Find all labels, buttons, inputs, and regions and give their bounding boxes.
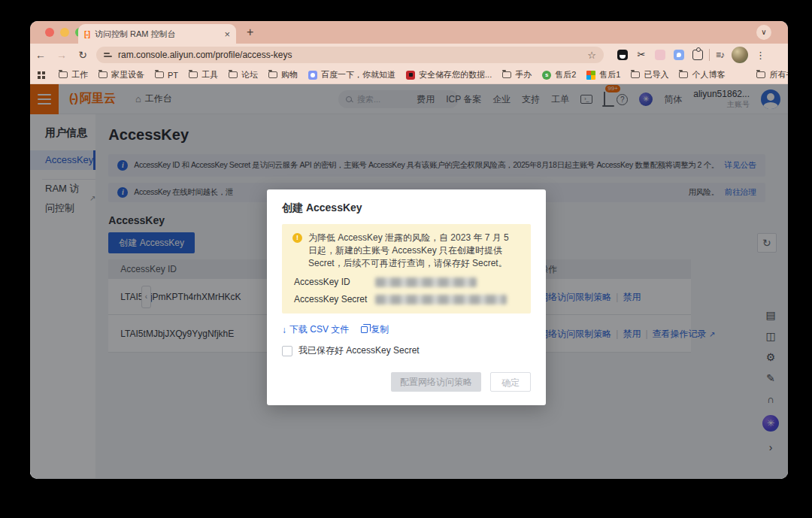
scissors-extension-icon[interactable]: ✂ [636, 50, 647, 60]
console-viewport: (-)阿里云 ⌂ 工作台 搜索... 费用 ICP 备案 企业 支持 工单 ›_ [30, 84, 788, 479]
bookmark-aftersales2[interactable]: s售后2 [542, 69, 576, 80]
secure-storage-favicon [406, 71, 415, 80]
configure-network-policy-button[interactable]: 配置网络访问策略 [391, 372, 481, 392]
bookmark-folder-pt[interactable]: PT [155, 71, 178, 80]
bookmark-folder-home-devices[interactable]: 家里设备 [98, 69, 144, 80]
darkreader-extension-icon[interactable] [617, 50, 628, 60]
browser-toolbar: ← → ↻ ram.console.aliyun.com/profile/acc… [30, 44, 788, 66]
create-accesskey-modal: 创建 AccessKey ! 为降低 AccessKey 泄露的风险，自 202… [267, 189, 546, 405]
tab-close-icon[interactable]: × [224, 29, 230, 40]
all-bookmarks-folder[interactable]: 所有书签 [756, 69, 788, 80]
new-tab-button[interactable]: + [247, 26, 253, 39]
tab-search-chevron-icon[interactable]: ∨ [756, 25, 771, 40]
bookmark-folder-work[interactable]: 工作 [59, 69, 88, 80]
bookmark-star-icon[interactable]: ☆ [587, 50, 596, 61]
warning-icon: ! [292, 233, 302, 243]
saved-secret-checkbox[interactable] [282, 346, 292, 356]
folder-icon [679, 71, 688, 78]
baidu-favicon [308, 71, 317, 80]
url-text[interactable]: ram.console.aliyun.com/profile/access-ke… [118, 50, 581, 60]
bookmark-folder-blog[interactable]: 个人博客 [679, 69, 725, 80]
folder-icon [189, 71, 198, 78]
ok-button[interactable]: 确定 [490, 372, 531, 392]
copy-icon [361, 326, 368, 333]
bookmark-folder-imported[interactable]: 已导入 [631, 69, 668, 80]
folder-icon [631, 71, 640, 78]
back-icon[interactable]: ← [30, 49, 51, 61]
microsoft-favicon [586, 71, 595, 80]
accesskey-id-blurred-value [375, 277, 477, 287]
saved-secret-label: 我已保存好 AccessKey Secret [298, 344, 420, 357]
folder-icon [756, 71, 765, 78]
browser-window: [-] 访问控制 RAM 控制台 × + ∨ ← → ↻ ram.console… [30, 21, 788, 479]
folder-icon [98, 71, 108, 78]
accesskey-secret-label: AccessKey Secret [294, 294, 375, 304]
accesskey-id-label: AccessKey ID [294, 277, 375, 287]
extension-icons: ✂ [617, 50, 703, 60]
folder-icon [502, 71, 511, 78]
accesskey-secret-blurred-value [375, 295, 507, 304]
bookmarks-bar: 工作 家里设备 PT 工具 论坛 购物 百度一下，你就知道 安全储存您的数据..… [30, 66, 788, 84]
blue-extension-icon[interactable] [674, 50, 684, 60]
tab-strip: [-] 访问控制 RAM 控制台 × + ∨ [30, 21, 788, 44]
screenshot-stage: [-] 访问控制 RAM 控制台 × + ∨ ← → ↻ ram.console… [0, 0, 812, 518]
close-window-button[interactable] [45, 28, 54, 37]
forward-icon: → [51, 49, 72, 61]
browser-tab[interactable]: [-] 访问控制 RAM 控制台 × [78, 24, 236, 44]
tab-title: 访问控制 RAM 控制台 [95, 29, 219, 40]
shopify-favicon: s [542, 71, 551, 80]
download-icon: ↓ [282, 326, 286, 335]
aliyun-favicon-icon: [-] [84, 30, 89, 38]
chrome-profile-avatar[interactable] [732, 47, 748, 63]
media-controls-icon[interactable]: ≡♪ [716, 50, 724, 60]
copy-link[interactable]: 复制 [361, 323, 389, 336]
folder-icon [229, 71, 238, 78]
folder-icon [59, 71, 68, 78]
extensions-puzzle-icon[interactable] [692, 50, 703, 60]
bookmark-folder-forum[interactable]: 论坛 [229, 69, 258, 80]
modal-title: 创建 AccessKey [282, 201, 531, 215]
bookmark-folder-figures[interactable]: 手办 [502, 69, 532, 80]
folder-icon [155, 71, 164, 78]
pink-extension-icon[interactable] [655, 50, 665, 60]
folder-icon [268, 71, 277, 78]
reload-icon[interactable]: ↻ [72, 49, 93, 61]
toolbar-divider [709, 49, 710, 61]
bookmark-aftersales1[interactable]: 售后1 [586, 69, 620, 80]
warning-text: 为降低 AccessKey 泄露的风险，自 2023 年 7 月 5 日起，新建… [308, 232, 520, 270]
bookmark-folder-shopping[interactable]: 购物 [268, 69, 298, 80]
download-csv-link[interactable]: ↓ 下载 CSV 文件 [282, 323, 349, 336]
warning-box: ! 为降低 AccessKey 泄露的风险，自 2023 年 7 月 5 日起，… [282, 224, 531, 314]
chrome-menu-icon[interactable]: ⋮ [756, 50, 765, 61]
bookmark-secure-storage[interactable]: 安全储存您的数据... [406, 69, 492, 80]
address-bar[interactable]: ram.console.aliyun.com/profile/access-ke… [96, 47, 604, 63]
site-settings-icon[interactable] [104, 51, 112, 59]
bookmark-baidu[interactable]: 百度一下，你就知道 [308, 69, 395, 80]
bookmark-folder-tools[interactable]: 工具 [189, 69, 218, 80]
minimize-window-button[interactable] [60, 28, 69, 37]
